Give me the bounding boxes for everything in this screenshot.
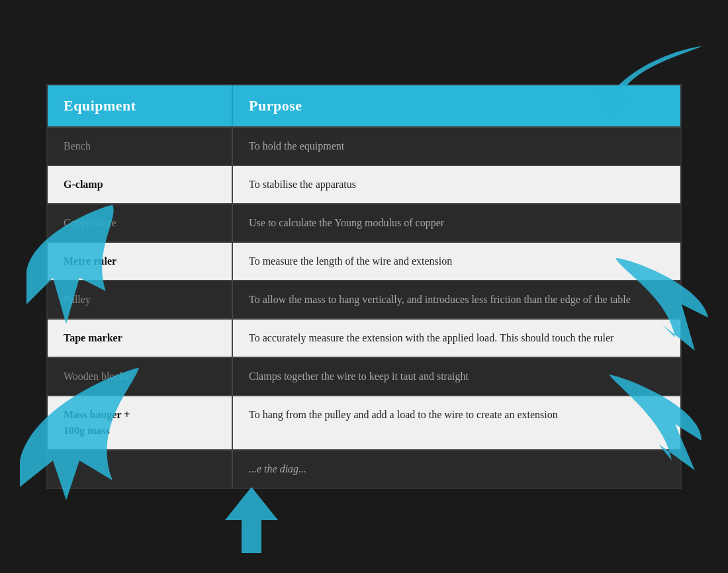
equipment-header: Equipment — [48, 85, 233, 126]
table-row-copper-wire: Copper wireUse to calculate the Young mo… — [48, 203, 680, 242]
table-row-last-row: ...e the diag... — [48, 449, 680, 488]
table-row-g-clamp: G-clampTo stabilise the apparatus — [48, 165, 680, 203]
equipment-cell-pulley: Pulley — [48, 281, 233, 318]
equipment-cell-bench: Bench — [48, 128, 233, 165]
purpose-cell-g-clamp: To stabilise the apparatus — [233, 166, 680, 203]
equipment-cell-copper-wire: Copper wire — [48, 204, 233, 242]
equipment-cell-mass-hanger: Mass hanger +100g mass — [48, 396, 233, 449]
equipment-table: Equipment Purpose BenchTo hold the equip… — [46, 84, 682, 489]
table-row-mass-hanger: Mass hanger +100g massTo hang from the p… — [48, 395, 680, 449]
table-row-tape-marker: Tape markerTo accurately measure the ext… — [48, 318, 680, 357]
purpose-cell-tape-marker: To accurately measure the extension with… — [233, 320, 680, 357]
arrow-bottom-center — [199, 487, 304, 553]
equipment-cell-tape-marker: Tape marker — [48, 320, 233, 357]
equipment-cell-wooden-blocks: Wooden blocks — [48, 358, 233, 395]
purpose-cell-metre-ruler: To measure the length of the wire and ex… — [233, 243, 680, 280]
purpose-cell-last-row: ...e the diag... — [233, 451, 680, 488]
equipment-cell-g-clamp: G-clamp — [48, 166, 233, 203]
table-body: BenchTo hold the equipmentG-clampTo stab… — [48, 126, 680, 488]
equipment-cell-last-row — [48, 451, 233, 488]
table-header: Equipment Purpose — [48, 85, 680, 126]
table-row-metre-ruler: Metre rulerTo measure the length of the … — [48, 242, 680, 280]
purpose-cell-pulley: To allow the mass to hang vertically, an… — [233, 281, 680, 318]
purpose-cell-copper-wire: Use to calculate the Young modulus of co… — [233, 204, 680, 242]
table-row-wooden-blocks: Wooden blocksClamps together the wire to… — [48, 357, 680, 395]
purpose-cell-wooden-blocks: Clamps together the wire to keep it taut… — [233, 358, 680, 395]
page-wrapper: Equipment Purpose BenchTo hold the equip… — [0, 0, 728, 573]
purpose-header: Purpose — [233, 85, 680, 126]
equipment-cell-metre-ruler: Metre ruler — [48, 243, 233, 280]
table-row-bench: BenchTo hold the equipment — [48, 126, 680, 165]
purpose-cell-bench: To hold the equipment — [233, 128, 680, 165]
purpose-cell-mass-hanger: To hang from the pulley and add a load t… — [233, 396, 680, 449]
table-row-pulley: PulleyTo allow the mass to hang vertical… — [48, 280, 680, 318]
